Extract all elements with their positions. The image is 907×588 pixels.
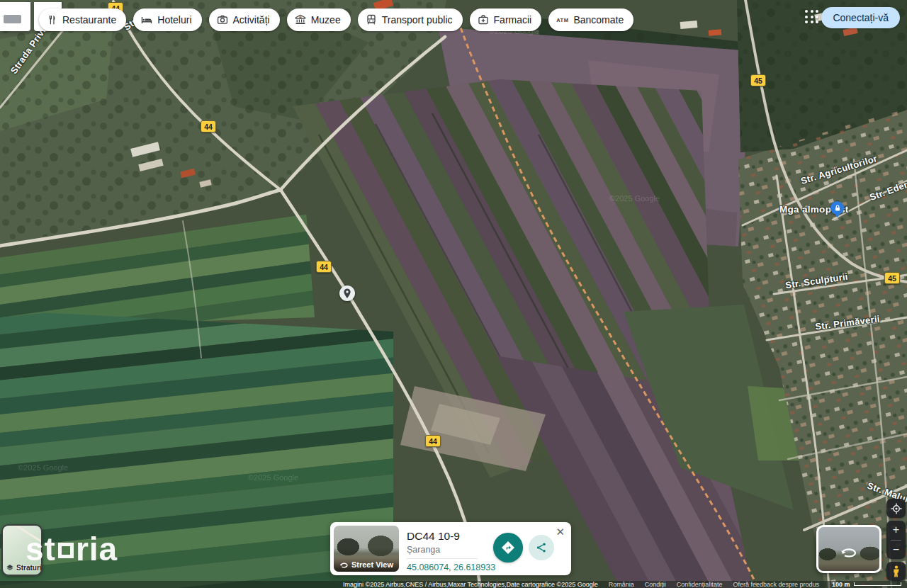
place-coordinates[interactable]: 45.086074, 26.618933 — [407, 562, 495, 572]
street-view-thumbnail[interactable]: Street View — [334, 526, 399, 572]
chip-museums[interactable]: M Muzee — [287, 9, 351, 31]
chip-activities[interactable]: Activități — [209, 9, 280, 31]
attribution-bar: Imagini ©2025 Airbus,CNES / Airbus,Maxar… — [0, 581, 907, 588]
transit-icon — [366, 14, 377, 26]
svg-text:©2025 Google: ©2025 Google — [248, 473, 298, 482]
camera-icon — [217, 14, 228, 26]
museum-icon: M — [295, 14, 306, 26]
restaurant-icon — [47, 15, 57, 26]
share-icon — [536, 542, 547, 553]
google-apps-grid-icon[interactable] — [805, 10, 819, 24]
route-badge-44: 44 — [201, 120, 216, 132]
pharmacy-icon — [478, 14, 489, 26]
poi-marker-blue[interactable] — [830, 201, 844, 215]
chip-label: Bancomate — [573, 14, 624, 26]
svg-text:©2025 Google: ©2025 Google — [18, 463, 68, 472]
link-terms[interactable]: Condiții — [645, 581, 666, 588]
minimized-panel[interactable] — [0, 2, 30, 31]
storia-watermark-logo: stria — [26, 533, 118, 565]
scale-bar — [854, 582, 902, 586]
pegman-icon — [892, 565, 901, 578]
link-romania[interactable]: România — [609, 581, 634, 588]
satellite-map[interactable]: ©2025 Google ©2025 Google ©2025 Google ©… — [0, 0, 907, 588]
street-view-preview[interactable] — [816, 525, 881, 573]
chip-label: Muzee — [311, 14, 341, 26]
close-icon[interactable]: ✕ — [556, 526, 565, 538]
sign-in-button[interactable]: Conectați-vă — [821, 7, 900, 28]
street-view-icon — [339, 562, 349, 568]
directions-icon — [501, 541, 515, 555]
route-badge-45: 45 — [750, 74, 766, 86]
directions-button[interactable] — [493, 533, 523, 562]
chip-hotels[interactable]: Hoteluri — [133, 9, 201, 31]
link-privacy[interactable]: Confidențialitate — [677, 581, 723, 588]
my-location-icon — [891, 503, 902, 514]
google-maps-app: ©2025 Google ©2025 Google ©2025 Google ©… — [0, 0, 907, 588]
lock-icon — [834, 205, 841, 212]
chip-label: Activități — [233, 14, 270, 26]
scale-distance: 100 m — [832, 581, 850, 588]
zoom-in-button[interactable]: + — [886, 521, 906, 540]
place-locality: Șaranga — [407, 545, 440, 555]
route-badge-45: 45 — [884, 272, 900, 284]
route-badge-44: 44 — [425, 435, 441, 447]
place-title: DC44 10-9 — [407, 530, 460, 543]
pin-icon — [343, 288, 351, 299]
zoom-out-button[interactable]: − — [886, 541, 906, 560]
category-chips: Restaurante Hoteluri Activități M — [39, 9, 633, 31]
chip-restaurants[interactable]: Restaurante — [39, 9, 126, 31]
chip-label: Restaurante — [62, 14, 116, 26]
street-view-label: Street View — [351, 560, 393, 569]
route-badge-44: 44 — [316, 261, 332, 273]
storia-square-o — [58, 543, 74, 558]
share-button[interactable] — [529, 535, 554, 560]
link-feedback[interactable]: Oferă feedback despre produs — [733, 581, 819, 588]
svg-text:©2025 Google: ©2025 Google — [609, 194, 660, 203]
zoom-controls: + − — [886, 521, 906, 559]
layers-icon — [6, 563, 14, 572]
my-location-button[interactable] — [886, 499, 906, 518]
atm-icon: ATM — [556, 17, 568, 23]
dropped-pin-marker[interactable] — [339, 285, 355, 301]
chip-atms[interactable]: ATM Bancomate — [548, 9, 633, 31]
place-card: Street View DC44 10-9 Șaranga 45.086074,… — [330, 522, 571, 575]
thumbnail-placeholder — [4, 15, 21, 23]
chip-label: Transport public — [382, 14, 453, 26]
chip-transit[interactable]: Transport public — [358, 9, 463, 31]
chip-label: Hoteluri — [157, 14, 191, 26]
divider — [407, 558, 478, 559]
look-around-icon — [840, 546, 858, 559]
imagery-attribution: Imagini ©2025 Airbus,CNES / Airbus,Maxar… — [343, 581, 598, 588]
hotel-icon — [141, 14, 152, 26]
poi-label: Mga almoplast — [779, 204, 825, 215]
chip-pharmacies[interactable]: Farmacii — [470, 9, 542, 31]
pegman-button[interactable] — [886, 562, 906, 581]
chip-label: Farmacii — [494, 14, 532, 26]
